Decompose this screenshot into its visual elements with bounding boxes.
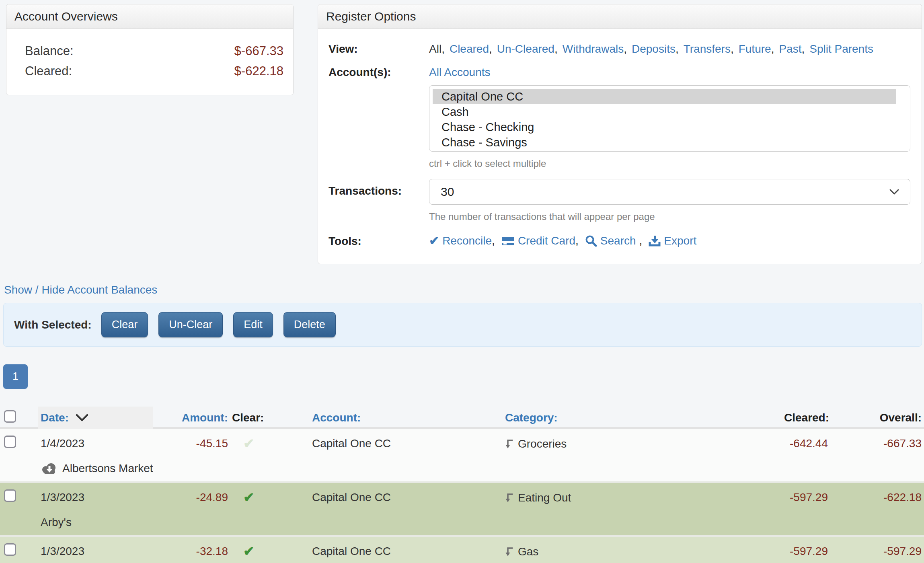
chevron-down-icon	[889, 189, 899, 195]
with-selected-label: With Selected:	[14, 318, 92, 331]
cleared-row: Cleared: $-622.18	[25, 61, 283, 81]
tools-label: Tools:	[329, 235, 429, 248]
balance-label: Balance:	[25, 41, 74, 61]
account-option-capital-one-cc[interactable]: Capital One CC	[433, 89, 896, 104]
transaction-date: 1/4/2023	[38, 436, 153, 452]
balance-row: Balance: $-667.33	[25, 41, 283, 61]
date-sort-header[interactable]: Date:	[38, 407, 153, 429]
clear-header: Clear:	[228, 411, 310, 424]
transaction-description: Albertsons Market	[38, 461, 924, 476]
cleared-check-icon: ✔	[243, 544, 255, 559]
accounts-listbox[interactable]: Capital One CC Cash Chase - Checking Cha…	[429, 85, 910, 152]
delete-button[interactable]: Delete	[283, 312, 336, 337]
credit-card-link[interactable]: Credit Card	[501, 234, 575, 247]
check-icon: ✔	[429, 234, 439, 248]
account-overviews-panel: Account Overviews Balance: $-667.33 Clea…	[6, 4, 294, 95]
view-link-withdrawals[interactable]: Withdrawals	[563, 43, 624, 55]
transaction-date: 1/3/2023	[38, 543, 153, 560]
balance-value: $-667.33	[234, 41, 283, 61]
view-link-past[interactable]: Past	[779, 43, 801, 55]
show-hide-account-balances-link[interactable]: Show / Hide Account Balances	[4, 284, 157, 296]
running-overall: -597.29	[830, 543, 924, 560]
all-accounts-link[interactable]: All Accounts	[429, 66, 491, 78]
table-row: 1/4/2023 -45.15 ✔ Capital One CC Groceri…	[0, 429, 924, 481]
transaction-description: Arby's	[38, 515, 924, 530]
account-overviews-title: Account Overviews	[6, 4, 293, 29]
transactions-row: Transactions: 30 The number of transacti…	[329, 179, 910, 222]
view-label: View:	[329, 43, 429, 55]
edit-button[interactable]: Edit	[233, 312, 273, 337]
transactions-selected-value: 30	[441, 185, 454, 199]
transaction-amount: -24.89	[153, 489, 228, 506]
level-down-icon	[505, 547, 514, 557]
multi-select-hint: ctrl + click to select multiple	[429, 158, 910, 169]
amount-header[interactable]: Amount:	[153, 411, 228, 424]
transaction-account: Capital One CC	[310, 489, 503, 506]
cleared-header: Cleared:	[784, 411, 830, 424]
accounts-label: Account(s):	[329, 66, 429, 79]
tools-row: Tools: ✔Reconcile, Credit Card, Search, …	[329, 234, 910, 248]
bulk-actions-bar: With Selected: Clear Un-Clear Edit Delet…	[3, 303, 922, 347]
transaction-account: Capital One CC	[310, 436, 503, 452]
page-1-button[interactable]: 1	[3, 364, 28, 389]
unclear-button[interactable]: Un-Clear	[158, 312, 223, 337]
row-checkbox[interactable]	[4, 489, 16, 502]
view-link-deposits[interactable]: Deposits	[632, 43, 676, 55]
view-link-cleared[interactable]: Cleared	[450, 43, 489, 55]
search-icon	[585, 235, 597, 247]
credit-card-icon	[501, 235, 515, 247]
sort-chevron-down-icon	[75, 413, 89, 422]
level-down-icon	[505, 493, 514, 503]
account-option-cash[interactable]: Cash	[433, 104, 896, 119]
running-cleared: -597.29	[784, 543, 830, 560]
reconcile-link[interactable]: ✔Reconcile	[429, 234, 492, 248]
view-link-future[interactable]: Future	[739, 43, 771, 55]
register-options-title: Register Options	[318, 4, 922, 29]
register-options-panel: Register Options View: All,Cleared,Un-Cl…	[318, 4, 922, 264]
transaction-amount: -32.18	[153, 543, 228, 560]
overall-header: Overall:	[830, 411, 924, 424]
top-panels: Account Overviews Balance: $-667.33 Clea…	[0, 0, 924, 264]
cleared-value: $-622.18	[234, 61, 283, 81]
view-row: View: All,Cleared,Un-Cleared,Withdrawals…	[329, 43, 910, 55]
category-header[interactable]: Category:	[503, 411, 784, 424]
pending-check-icon: ✔	[243, 436, 255, 451]
running-overall: -622.18	[830, 489, 924, 506]
running-cleared: -597.29	[784, 489, 830, 506]
export-link[interactable]: Export	[649, 234, 696, 247]
date-header-label[interactable]: Date:	[41, 411, 69, 424]
running-overall: -667.33	[830, 436, 924, 452]
account-option-chase-savings[interactable]: Chase - Savings	[433, 135, 896, 150]
row-checkbox[interactable]	[4, 436, 16, 448]
table-header-row: Date: Amount: Clear: Account: Category: …	[0, 407, 924, 429]
download-icon	[649, 235, 661, 247]
view-link-uncleared[interactable]: Un-Cleared	[497, 43, 554, 55]
running-cleared: -642.44	[784, 436, 830, 452]
level-down-icon	[505, 439, 514, 450]
view-link-transfers[interactable]: Transfers	[684, 43, 731, 55]
search-link[interactable]: Search	[585, 234, 636, 247]
row-checkbox[interactable]	[4, 543, 16, 556]
transaction-category: Groceries	[503, 436, 784, 452]
transaction-category: Gas	[503, 543, 784, 560]
transaction-amount: -45.15	[153, 436, 228, 452]
accounts-row: Account(s): All Accounts	[329, 66, 910, 79]
select-all-checkbox[interactable]	[4, 410, 16, 423]
table-row: 1/3/2023 -24.89 ✔ Capital One CC Eating …	[0, 481, 924, 535]
account-header[interactable]: Account:	[310, 411, 503, 424]
view-link-split-parents[interactable]: Split Parents	[809, 43, 873, 55]
transactions-table: Date: Amount: Clear: Account: Category: …	[0, 407, 924, 563]
transactions-per-page-select[interactable]: 30	[429, 179, 910, 205]
transaction-category: Eating Out	[503, 489, 784, 506]
cloud-download-icon[interactable]	[41, 462, 57, 475]
transactions-label: Transactions:	[329, 179, 429, 197]
cleared-check-icon: ✔	[243, 490, 255, 505]
transactions-hint: The number of transactions that will app…	[429, 211, 910, 222]
transaction-account: Capital One CC	[310, 543, 503, 560]
account-option-chase-checking[interactable]: Chase - Checking	[433, 119, 896, 135]
clear-button[interactable]: Clear	[101, 312, 148, 337]
cleared-label: Cleared:	[25, 61, 72, 81]
view-links: All,Cleared,Un-Cleared,Withdrawals,Depos…	[429, 43, 910, 55]
transaction-date: 1/3/2023	[38, 489, 153, 506]
view-current: All	[429, 43, 441, 55]
